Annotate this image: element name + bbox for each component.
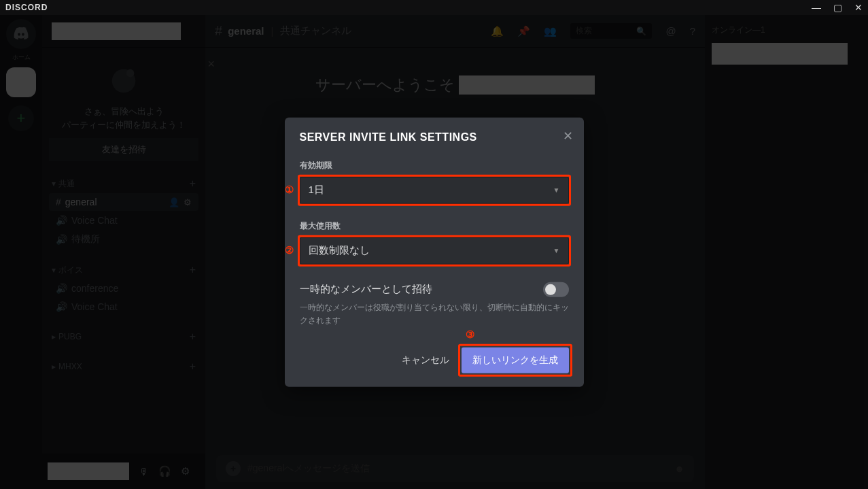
category-label: ボイス — [58, 265, 83, 276]
channel-header: # general | 共通チャンネル 🔔 📌 👥 検索 🔍 @ ? — [205, 15, 705, 48]
maximize-icon[interactable]: ▢ — [833, 2, 842, 13]
minimize-icon[interactable]: ― — [812, 2, 821, 13]
expire-value: 1日 — [309, 184, 324, 197]
channel-general[interactable]: # general 👤 ⚙ — [49, 193, 198, 211]
annotation-2: ② — [285, 243, 294, 256]
temporary-label: 一時的なメンバーとして招待 — [300, 283, 432, 296]
chevron-right-icon: ▸ — [52, 362, 56, 371]
maxuses-select[interactable]: 回数制限なし ▼ — [300, 237, 569, 264]
server-rail: ホーム + — [0, 15, 42, 489]
server-header[interactable]: × — [42, 15, 205, 48]
search-icon: 🔍 — [636, 27, 646, 36]
mute-icon[interactable]: 🎙 — [139, 466, 149, 477]
home-label: ホーム — [12, 53, 31, 62]
invite-friends-button[interactable]: 友達を招待 — [49, 138, 198, 161]
welcome-redacted — [459, 75, 595, 95]
channel-label: general — [65, 197, 97, 207]
mentions-icon[interactable]: @ — [665, 25, 676, 37]
chevron-down-icon: ▼ — [553, 186, 560, 194]
onboarding-art — [49, 57, 198, 105]
message-composer: + #generalへメッセージを送信 ☻ — [205, 448, 705, 489]
channel-waiting[interactable]: 🔊 待機所 — [49, 230, 198, 249]
speaker-icon: 🔊 — [56, 215, 67, 226]
category-label: MHXX — [58, 362, 82, 371]
hash-icon: # — [215, 23, 222, 39]
annotation-3: ③ — [466, 328, 474, 341]
speaker-icon: 🔊 — [56, 234, 67, 245]
temporary-description: 一時的なメンバーは役職が割り当てられない限り、切断時に自動的にキックされます — [300, 301, 569, 326]
invite-settings-modal: SERVER INVITE LINK SETTINGS ✕ 有効期限 ① 1日 … — [285, 117, 584, 386]
hash-icon: # — [56, 197, 61, 207]
channel-label: conference — [71, 283, 118, 294]
add-server-button[interactable]: + — [8, 105, 34, 131]
modal-close-icon[interactable]: ✕ — [563, 128, 573, 143]
onboarding-text-2: パーティーに仲間を加えよう！ — [49, 118, 198, 132]
category-pubg[interactable]: ▸ PUBG + — [46, 328, 201, 345]
composer-placeholder: #generalへメッセージを送信 — [247, 462, 370, 475]
chevron-down-icon: ▼ — [553, 247, 560, 254]
add-channel-icon[interactable]: + — [190, 264, 196, 276]
composer-input[interactable]: + #generalへメッセージを送信 ☻ — [216, 455, 694, 482]
annotation-1: ① — [285, 183, 294, 195]
temporary-toggle[interactable] — [543, 282, 569, 297]
avatar-redacted[interactable] — [48, 462, 129, 480]
svg-point-1 — [126, 69, 135, 78]
invite-icon[interactable]: 👤 — [169, 197, 179, 207]
category-shared[interactable]: ▾ 共通 + — [46, 175, 201, 192]
category-mhxx[interactable]: ▸ MHXX + — [46, 358, 201, 375]
chevron-right-icon: ▸ — [52, 332, 56, 341]
maxuses-value: 回数制限なし — [309, 244, 370, 257]
channel-label: Voice Chat — [71, 215, 118, 226]
home-button[interactable] — [6, 19, 36, 49]
welcome-text: サーバーへようこそ — [315, 75, 455, 95]
expire-label: 有効期限 — [300, 159, 569, 171]
close-onboard-icon[interactable]: × — [207, 57, 215, 71]
channel-label: 待機所 — [71, 233, 100, 246]
add-channel-icon[interactable]: + — [190, 178, 196, 190]
members-icon[interactable]: 👥 — [544, 25, 557, 37]
category-voice[interactable]: ▾ ボイス + — [46, 261, 201, 279]
category-label: 共通 — [58, 178, 75, 190]
member-row-redacted[interactable] — [712, 43, 848, 65]
close-icon[interactable]: ✕ — [854, 2, 863, 13]
generate-link-button[interactable]: 新しいリンクを生成 — [462, 348, 569, 373]
help-icon[interactable]: ? — [690, 25, 695, 37]
channel-conference[interactable]: 🔊 conference — [49, 280, 198, 297]
window-controls: ― ▢ ✕ — [812, 2, 863, 13]
modal-title: SERVER INVITE LINK SETTINGS — [300, 131, 569, 143]
speaker-icon: 🔊 — [56, 283, 67, 294]
search-placeholder: 検索 — [576, 25, 592, 37]
expire-select[interactable]: 1日 ▼ — [300, 176, 569, 203]
app-brand: DISCORD — [5, 3, 48, 12]
onboarding-text-1: さぁ、冒険へ出よう — [49, 105, 198, 118]
emoji-icon[interactable]: ☻ — [674, 463, 684, 474]
pin-icon[interactable]: 📌 — [517, 25, 530, 37]
gear-icon[interactable]: ⚙ — [184, 197, 192, 207]
channel-label: Voice Chat — [71, 301, 118, 312]
channel-name: general — [228, 25, 264, 37]
maxuses-label: 最大使用数 — [300, 220, 569, 231]
cancel-button[interactable]: キャンセル — [402, 354, 449, 367]
attach-icon[interactable]: + — [226, 461, 241, 476]
channel-voicechat[interactable]: 🔊 Voice Chat — [49, 212, 198, 229]
search-input[interactable]: 検索 🔍 — [570, 23, 652, 39]
add-channel-icon[interactable]: + — [190, 331, 196, 343]
add-channel-icon[interactable]: + — [190, 360, 196, 373]
chevron-down-icon: ▾ — [52, 265, 56, 275]
bell-icon[interactable]: 🔔 — [491, 25, 504, 37]
welcome-heading: サーバーへようこそ — [205, 75, 705, 95]
chevron-down-icon: ▾ — [52, 179, 56, 188]
channel-topic: 共通チャンネル — [280, 24, 351, 37]
members-online-header: オンライン—1 — [712, 24, 861, 36]
channel-sidebar: × さぁ、冒険へ出よう パーティーに仲間を加えよう！ 友達を招待 ▾ 共通 + … — [42, 15, 205, 489]
deafen-icon[interactable]: 🎧 — [158, 465, 171, 477]
channel-voicechat2[interactable]: 🔊 Voice Chat — [49, 298, 198, 316]
user-bar: 🎙 🎧 ⚙ — [42, 454, 205, 489]
server-name-redacted — [52, 22, 181, 40]
member-list: オンライン—1 — [705, 15, 868, 489]
discord-icon — [12, 25, 30, 43]
temporary-toggle-row: 一時的なメンバーとして招待 — [300, 282, 569, 297]
onboarding-panel: さぁ、冒険へ出よう パーティーに仲間を加えよう！ — [42, 48, 205, 131]
server-icon[interactable] — [6, 67, 36, 97]
settings-icon[interactable]: ⚙ — [181, 465, 190, 477]
